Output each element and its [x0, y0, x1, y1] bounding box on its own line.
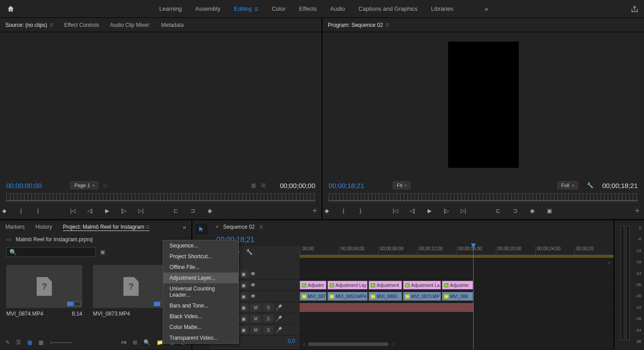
lane-a2[interactable] [300, 313, 614, 324]
timeline-ruler[interactable]: ;00;00 00;00;04;00 00;00;08;00 00;00;12;… [300, 246, 614, 255]
tab-metadata[interactable]: Metadata [161, 22, 184, 28]
program-zoom-dropdown[interactable]: Fit▾ [393, 181, 411, 189]
video-clip[interactable]: fxMVI_0865. [369, 292, 402, 301]
step-back-icon[interactable]: ◁| [86, 207, 94, 215]
find-icon[interactable]: 🔍 [144, 339, 150, 346]
mark-out-icon[interactable]: } [34, 207, 42, 215]
mark-in-icon[interactable]: { [17, 207, 25, 215]
share-icon[interactable] [631, 5, 639, 13]
overwrite-icon[interactable]: ⊐ [189, 207, 197, 215]
adjustment-layer-clip[interactable]: fxAdjustment La [403, 281, 441, 290]
home-icon[interactable] [5, 4, 16, 14]
go-to-in-icon[interactable]: |◁ [69, 207, 77, 215]
extract-icon[interactable]: ⊐ [511, 207, 519, 215]
zoom-slider[interactable]: ○───── [50, 339, 72, 346]
ctx-universal-counting-leader-[interactable]: Universal Counting Leader... [163, 283, 238, 300]
workspace-learning[interactable]: Learning [159, 5, 182, 13]
timeline-settings-icon[interactable]: 🔧 [246, 249, 253, 255]
ctx-sequence-[interactable]: Sequence... [163, 240, 238, 251]
clip-thumbnail[interactable]: ? [6, 265, 82, 308]
new-bin-from-search-icon[interactable]: ▣ [100, 249, 105, 255]
automate-to-sequence-icon[interactable]: ⊞ [133, 339, 137, 346]
adjustment-layer-clip[interactable]: fxAdjustme [442, 281, 473, 290]
tab-source[interactable]: Source: (no clips)☰ [5, 22, 53, 28]
freeform-view-icon[interactable]: ▦ [38, 339, 43, 346]
source-overlay-toggle[interactable]: ⊞ [261, 182, 266, 188]
selection-tool-icon[interactable] [195, 224, 208, 235]
mic-icon[interactable]: 🎤 [275, 304, 282, 311]
ctx-offline-file-[interactable]: Offline File... [163, 262, 238, 273]
write-mode-icon[interactable]: ✎ [5, 339, 10, 346]
workspace-effects[interactable]: Effects [299, 5, 317, 13]
project-search-input[interactable] [6, 247, 96, 257]
ctx-transparent-video-[interactable]: Transparent Video... [163, 333, 238, 343]
new-bin-icon[interactable]: 📁 [157, 339, 163, 346]
bin-item[interactable]: ? MVI_0873.MP4 [93, 265, 169, 329]
lane-a3[interactable] [300, 324, 614, 336]
bin-icon[interactable]: ▭ [6, 236, 11, 243]
step-forward-icon[interactable]: |▷ [120, 207, 128, 215]
audio-clip[interactable] [300, 303, 473, 312]
lane-v3[interactable] [300, 269, 614, 280]
source-viewer[interactable] [0, 32, 322, 177]
comparison-view-icon[interactable]: ▣ [545, 207, 553, 215]
mark-in-icon[interactable]: { [339, 207, 347, 215]
go-to-out-icon[interactable]: ▷| [459, 207, 467, 215]
tab-history[interactable]: History [35, 224, 52, 230]
button-editor-icon[interactable]: + [635, 206, 640, 216]
ctx-color-matte-[interactable]: Color Matte... [163, 322, 238, 333]
program-time-ruler[interactable] [329, 193, 638, 202]
settings-wrench-icon[interactable]: 🔧 [587, 182, 593, 188]
mute-icon[interactable]: ▣ [238, 303, 249, 312]
workspace-captions[interactable]: Captions and Graphics [359, 5, 418, 13]
sequence-tab[interactable]: Sequence 02 [223, 224, 255, 230]
eye-icon[interactable]: 👁 [250, 293, 256, 299]
go-to-out-icon[interactable]: ▷| [137, 207, 145, 215]
timeline-hscroll[interactable]: ○○ [300, 341, 614, 347]
ctx-bars-and-tone-[interactable]: Bars and Tone... [163, 300, 238, 311]
bin-item[interactable]: ? MVI_0874.MP46:14 [6, 265, 82, 329]
program-viewer[interactable] [322, 32, 644, 177]
mic-icon[interactable]: 🎤 [275, 327, 282, 333]
button-editor-icon[interactable]: + [312, 206, 317, 216]
toggle-output-icon[interactable]: ▣ [238, 292, 249, 300]
video-clip[interactable]: fxMVI_0853.MP4 [327, 292, 368, 301]
insert-icon[interactable]: ⊏ [172, 207, 180, 215]
add-marker-icon[interactable]: ◆ [322, 207, 330, 215]
mic-icon[interactable]: 🎤 [275, 316, 282, 322]
ctx-project-shortcut-[interactable]: Project Shortcut... [163, 251, 238, 262]
timeline-vscroll[interactable]: ○ [607, 260, 612, 340]
workspace-menu-icon[interactable]: ☰ [254, 7, 258, 12]
source-time-ruler[interactable] [6, 193, 315, 202]
list-view-icon[interactable]: ☰ [16, 339, 21, 346]
lane-a1[interactable] [300, 302, 614, 313]
play-only-icon[interactable]: ▷ [104, 182, 108, 188]
icon-view-icon[interactable]: ▦ [27, 339, 32, 346]
export-frame-icon[interactable]: ◉ [528, 207, 536, 215]
playhead[interactable] [473, 246, 474, 349]
tab-project[interactable]: Project: Malmö Reel for Instagram ☰ [63, 224, 149, 230]
play-icon[interactable]: ▶ [103, 207, 111, 215]
step-forward-icon[interactable]: |▷ [442, 207, 450, 215]
tab-audio-clip-mixer[interactable]: Audio Clip Mixer: [110, 22, 151, 28]
lane-v1[interactable]: fxMVI_087fxMVI_0853.MP4fxMVI_0865.fxMVI_… [300, 291, 614, 302]
adjustment-layer-clip[interactable]: fxAdjustm [300, 281, 326, 290]
source-view-toggle[interactable]: ▦ [251, 182, 256, 188]
export-frame-icon[interactable]: ◉ [206, 207, 214, 215]
sort-icon[interactable]: ≡▾ [121, 339, 127, 346]
adjustment-layer-clip[interactable]: fxAdjustment [369, 281, 402, 290]
toggle-output-icon[interactable]: ▣ [238, 281, 249, 289]
workspace-audio[interactable]: Audio [330, 5, 345, 13]
toggle-output-icon[interactable]: ▣ [238, 270, 249, 278]
video-clip[interactable]: fxMVI_086 [442, 292, 473, 301]
workspace-overflow-icon[interactable]: » [485, 5, 488, 13]
workspace-editing[interactable]: Editing☰ [234, 5, 258, 13]
tab-effect-controls[interactable]: Effect Controls [64, 22, 99, 28]
workspace-assembly[interactable]: Assembly [195, 5, 220, 13]
source-timecode-left[interactable]: 00;00;00;00 [6, 182, 42, 189]
clip-thumbnail[interactable]: ? [93, 265, 169, 308]
video-clip[interactable]: fxMVI_0873.MP [403, 292, 441, 301]
add-marker-icon[interactable]: ◆ [0, 207, 8, 215]
tracks-area[interactable]: ;00;00 00;00;04;00 00;00;08;00 00;00;12;… [300, 246, 614, 349]
video-clip[interactable]: fxMVI_087 [300, 292, 326, 301]
